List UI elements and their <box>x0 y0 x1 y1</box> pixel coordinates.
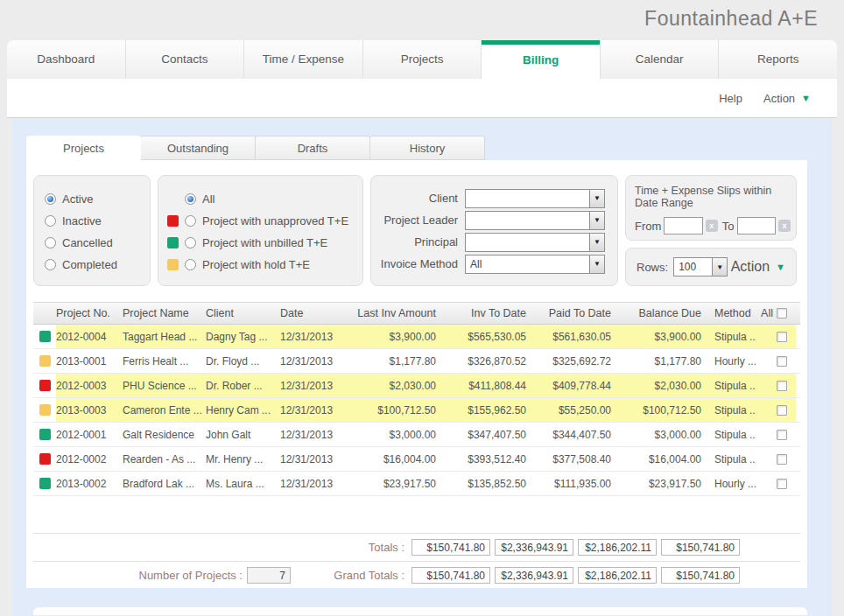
table-row[interactable]: 2013-0001Ferris Healt ...Dr. Floyd ...12… <box>33 349 800 374</box>
project-leader-value <box>466 212 589 229</box>
dropdown-arrow-icon: ▼ <box>589 256 604 273</box>
method-cell: Stipula ... <box>707 374 756 397</box>
from-date-input[interactable] <box>664 217 702 234</box>
project-leader-dropdown[interactable]: ▼ <box>465 211 605 230</box>
inv-to-date-cell: $155,962.50 <box>441 398 531 422</box>
status-option-completed[interactable]: Completed <box>45 254 150 276</box>
red-flag-icon <box>39 380 51 391</box>
te-option-project-with-hold-t-e[interactable]: Project with hold T+E <box>167 254 362 276</box>
subtab-outstanding[interactable]: Outstanding <box>141 136 256 160</box>
action-bar: Help Action ▼ <box>7 79 837 118</box>
subtab-drafts[interactable]: Drafts <box>256 136 370 160</box>
radio-all[interactable] <box>185 193 196 205</box>
table-body: 2012-0004Taggart Head ...Dagny Tag ...12… <box>33 325 800 496</box>
next-section-card <box>33 607 807 615</box>
help-link[interactable]: Help <box>719 92 742 105</box>
tab-billing[interactable]: Billing <box>482 40 601 79</box>
row-select-cell <box>756 398 796 422</box>
client-label: Client <box>371 192 465 205</box>
to-date-input[interactable] <box>737 217 776 234</box>
row-checkbox[interactable] <box>777 381 787 391</box>
totals-value-box: $150,741.80 <box>661 539 740 556</box>
method-cell: Hourly ... <box>707 472 756 495</box>
table-row[interactable]: 2013-0003Cameron Ente ...Henry Cam ...12… <box>33 398 800 423</box>
radio-inactive[interactable] <box>45 215 56 227</box>
clear-from-date-button[interactable]: x <box>706 220 718 232</box>
principal-dropdown[interactable]: ▼ <box>465 233 605 252</box>
number-of-projects-label: Number of Projects : <box>139 569 243 582</box>
subtab-history[interactable]: History <box>370 136 485 160</box>
status-filter-box: ActiveInactiveCancelledCompleted <box>33 175 151 286</box>
radio-project-with-hold-t-e[interactable] <box>185 259 196 270</box>
tab-calendar[interactable]: Calendar <box>601 40 720 79</box>
row-checkbox[interactable] <box>777 356 787 367</box>
rows-action-box: Rows: 100 ▼ Action ▼ <box>625 248 797 286</box>
column-header-label: Date <box>280 307 303 319</box>
status-option-cancelled[interactable]: Cancelled <box>45 232 150 254</box>
grand-totals-value-box: $150,741.80 <box>411 567 490 584</box>
radio-project-with-unapproved-t-e[interactable] <box>185 215 196 227</box>
tab-dashboard[interactable]: Dashboard <box>7 40 126 79</box>
invoice-method-dropdown[interactable]: All▼ <box>465 255 605 274</box>
number-of-projects-value: 7 <box>247 567 291 584</box>
subtab-projects[interactable]: Projects <box>26 136 141 160</box>
filters-row: ActiveInactiveCancelledCompleted AllProj… <box>33 175 800 286</box>
radio-active[interactable] <box>45 193 56 205</box>
radio-project-with-unbilled-t-e[interactable] <box>185 237 196 248</box>
te-option-project-with-unapproved-t-e[interactable]: Project with unapproved T+E <box>167 210 362 232</box>
projects-table: Project No.Project NameClientDateLast In… <box>33 302 800 496</box>
tab-time-expense[interactable]: Time / Expense <box>244 40 363 79</box>
tab-reports[interactable]: Reports <box>719 40 837 79</box>
list-action-menu[interactable]: Action ▼ <box>731 259 785 275</box>
method-cell: Stipula ... <box>707 398 756 422</box>
main-container: DashboardContactsTime / ExpenseProjectsB… <box>7 40 837 616</box>
row-checkbox[interactable] <box>777 479 787 489</box>
flag-cell <box>33 423 56 446</box>
table-row[interactable]: 2012-0003PHU Science ...Dr. Rober ...12/… <box>33 374 800 398</box>
flag-cell <box>33 472 56 495</box>
row-checkbox[interactable] <box>777 454 787 465</box>
radio-cancelled[interactable] <box>45 237 56 248</box>
inv-to-date-cell: $347,407.50 <box>441 423 531 446</box>
table-row[interactable]: 2012-0004Taggart Head ...Dagny Tag ...12… <box>33 325 800 349</box>
te-option-all[interactable]: All <box>167 188 362 210</box>
table-row[interactable]: 2012-0002Rearden - As ...Mr. Henry ...12… <box>33 447 800 472</box>
te-filter-box: AllProject with unapproved T+EProject wi… <box>158 175 363 286</box>
status-option-active[interactable]: Active <box>45 188 150 210</box>
balance-due-cell: $3,000.00 <box>616 423 707 446</box>
invoice-method-label: Invoice Method <box>371 257 465 270</box>
action-menu[interactable]: Action ▼ <box>763 92 811 105</box>
column-header-label: Project No. <box>56 307 110 319</box>
project-name-cell: Rearden - As ... <box>123 447 206 471</box>
tab-contacts[interactable]: Contacts <box>126 40 245 79</box>
principal-label: Principal <box>371 235 465 248</box>
flag-cell <box>33 447 56 471</box>
balance-due-cell: $16,004.00 <box>616 447 707 471</box>
client-cell: Mr. Henry ... <box>206 447 280 471</box>
paid-to-date-cell: $344,407.50 <box>531 423 616 446</box>
radio-completed[interactable] <box>45 259 56 270</box>
status-option-label: Active <box>62 192 93 206</box>
row-checkbox[interactable] <box>777 430 787 440</box>
project-no-cell: 2012-0001 <box>56 423 123 446</box>
status-option-inactive[interactable]: Inactive <box>45 210 150 232</box>
select-all-checkbox[interactable] <box>777 308 787 318</box>
tab-projects[interactable]: Projects <box>363 40 482 79</box>
rows-count-dropdown[interactable]: 100 ▼ <box>673 257 728 276</box>
client-dropdown[interactable]: ▼ <box>465 189 605 208</box>
clear-to-date-button[interactable]: x <box>778 220 791 232</box>
table-row[interactable]: 2013-0002Bradford Lak ...Ms. Laura ...12… <box>33 472 800 496</box>
table-row[interactable]: 2012-0001Galt ResidenceJohn Galt12/31/20… <box>33 423 800 447</box>
client-cell: John Galt <box>206 423 280 446</box>
date-cell: 12/31/2013 <box>280 374 354 397</box>
row-checkbox[interactable] <box>777 405 787 416</box>
row-checkbox[interactable] <box>777 332 787 342</box>
inv-to-date-cell: $326,870.52 <box>441 349 531 373</box>
balance-due-cell: $1,177.80 <box>616 349 707 373</box>
projects-card: ActiveInactiveCancelledCompleted AllProj… <box>26 160 807 588</box>
te-option-project-with-unbilled-t-e[interactable]: Project with unbilled T+E <box>167 232 362 254</box>
column-header-label: Last Inv Amount <box>357 307 436 319</box>
column-header-label: Inv To Date <box>471 307 526 319</box>
grand-totals-value-box: $2,336,943.91 <box>495 567 573 584</box>
last-inv-amount-cell: $23,917.50 <box>354 472 441 495</box>
